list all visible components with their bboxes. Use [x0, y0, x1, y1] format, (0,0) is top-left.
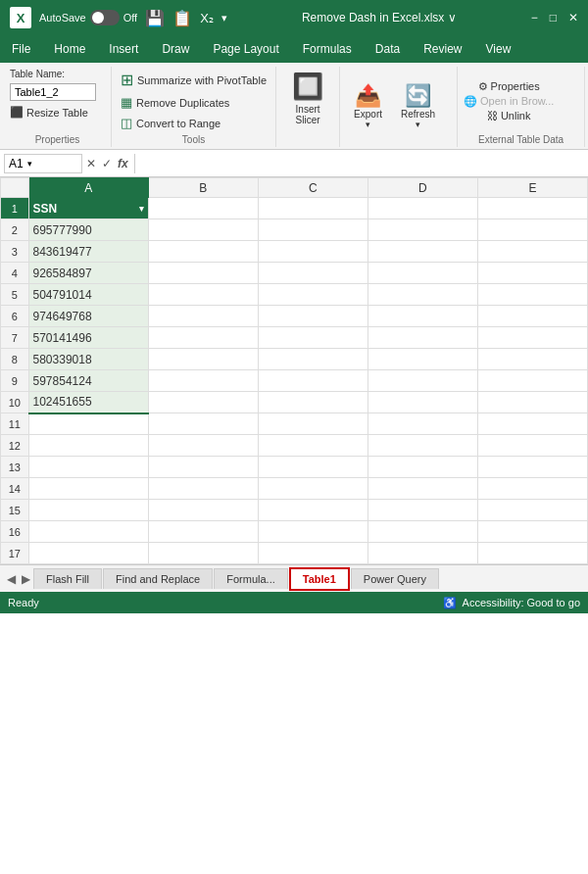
cell-e6[interactable] — [477, 306, 587, 327]
cell-d9[interactable] — [368, 370, 477, 392]
cell-e17[interactable] — [477, 543, 587, 564]
share-icon[interactable]: 📋 — [172, 9, 192, 27]
cell-e13[interactable] — [477, 457, 587, 478]
cell-c12[interactable] — [258, 435, 368, 457]
cell-b15[interactable] — [148, 500, 258, 521]
tab-data[interactable]: Data — [364, 35, 412, 63]
cell-a9[interactable]: 597854124 — [28, 370, 148, 392]
cell-b4[interactable] — [148, 263, 258, 284]
tab-file[interactable]: File — [0, 35, 42, 63]
autosave-toggle[interactable]: AutoSave Off — [39, 10, 137, 25]
cell-a17[interactable] — [28, 543, 148, 564]
fx-icon[interactable]: fx — [118, 157, 128, 170]
tab-insert[interactable]: Insert — [97, 35, 150, 63]
cell-d6[interactable] — [368, 306, 477, 327]
properties-ext-button[interactable]: ⚙ Properties — [478, 80, 540, 93]
cell-b16[interactable] — [148, 521, 258, 543]
sheet-tab-formula[interactable]: Formula... — [214, 568, 288, 589]
cell-e10[interactable] — [477, 392, 587, 413]
cell-b7[interactable] — [148, 327, 258, 349]
unlink-button[interactable]: ⛓ Unlink — [487, 110, 531, 121]
subscript-icon[interactable]: X₂ — [200, 11, 214, 25]
cell-c10[interactable] — [258, 392, 368, 413]
sheet-tab-power-query[interactable]: Power Query — [351, 568, 439, 589]
sheet-tab-table1[interactable]: Table1 — [289, 567, 350, 591]
cell-d10[interactable] — [368, 392, 477, 413]
maximize-icon[interactable]: □ — [550, 11, 557, 24]
cell-a5[interactable]: 504791014 — [28, 284, 148, 306]
refresh-button[interactable]: 🔄 Refresh ▾ — [396, 81, 440, 131]
cell-b11[interactable] — [148, 413, 258, 435]
cell-c2[interactable] — [258, 219, 368, 241]
tab-page-layout[interactable]: Page Layout — [201, 35, 290, 63]
close-icon[interactable]: ✕ — [568, 11, 578, 24]
cell-c6[interactable] — [258, 306, 368, 327]
cell-b12[interactable] — [148, 435, 258, 457]
cell-a8[interactable]: 580339018 — [28, 349, 148, 370]
cell-a6[interactable]: 974649768 — [28, 306, 148, 327]
cell-d17[interactable] — [368, 543, 477, 564]
cell-b9[interactable] — [148, 370, 258, 392]
tab-draw[interactable]: Draw — [150, 35, 201, 63]
cell-d2[interactable] — [368, 219, 477, 241]
cell-d3[interactable] — [368, 241, 477, 263]
resize-table-button[interactable]: ⬛ Resize Table — [10, 106, 88, 119]
cell-ref-chevron[interactable]: ▾ — [27, 159, 32, 169]
dropdown-filter-icon[interactable]: ▾ — [139, 204, 144, 214]
cell-a14[interactable] — [28, 478, 148, 500]
cell-d5[interactable] — [368, 284, 477, 306]
cell-c5[interactable] — [258, 284, 368, 306]
col-header-c[interactable]: C — [258, 178, 368, 198]
export-button[interactable]: 📤 Export ▾ — [346, 81, 390, 131]
cell-a1[interactable]: SSN ▾ — [28, 198, 148, 219]
cell-c16[interactable] — [258, 521, 368, 543]
cell-b6[interactable] — [148, 306, 258, 327]
insert-slicer-button[interactable]: 🔲 InsertSlicer — [286, 69, 329, 128]
convert-to-range-button[interactable]: ◫ Convert to Range — [118, 114, 223, 132]
cell-c13[interactable] — [258, 457, 368, 478]
dropdown-icon[interactable]: ▾ — [221, 12, 227, 24]
sheet-tab-flash-fill[interactable]: Flash Fill — [33, 568, 102, 589]
save-icon[interactable]: 💾 — [145, 9, 165, 27]
cell-c7[interactable] — [258, 327, 368, 349]
cell-b14[interactable] — [148, 478, 258, 500]
tab-scroll-left[interactable]: ◀ — [4, 572, 19, 586]
cell-c1[interactable] — [258, 198, 368, 219]
cell-b3[interactable] — [148, 241, 258, 263]
tab-scroll-right[interactable]: ▶ — [19, 572, 33, 586]
cell-c17[interactable] — [258, 543, 368, 564]
cell-a4[interactable]: 926584897 — [28, 263, 148, 284]
cell-b1[interactable] — [148, 198, 258, 219]
cell-e16[interactable] — [477, 521, 587, 543]
cell-e15[interactable] — [477, 500, 587, 521]
col-header-b[interactable]: B — [148, 178, 258, 198]
cell-b5[interactable] — [148, 284, 258, 306]
summarize-pivot-button[interactable]: ⊞ Summarize with PivotTable — [118, 69, 270, 91]
col-header-e[interactable]: E — [477, 178, 587, 198]
cell-b10[interactable] — [148, 392, 258, 413]
cell-e1[interactable] — [477, 198, 587, 219]
cell-e5[interactable] — [477, 284, 587, 306]
cell-e11[interactable] — [477, 413, 587, 435]
cell-d7[interactable] — [368, 327, 477, 349]
cell-e12[interactable] — [477, 435, 587, 457]
cell-d1[interactable] — [368, 198, 477, 219]
col-header-a[interactable]: A — [28, 178, 148, 198]
table-name-input[interactable] — [10, 83, 96, 101]
cell-c9[interactable] — [258, 370, 368, 392]
cell-b13[interactable] — [148, 457, 258, 478]
cell-c11[interactable] — [258, 413, 368, 435]
cell-d4[interactable] — [368, 263, 477, 284]
cell-c8[interactable] — [258, 349, 368, 370]
cell-a7[interactable]: 570141496 — [28, 327, 148, 349]
cell-d16[interactable] — [368, 521, 477, 543]
cell-reference-box[interactable]: A1 ▾ — [4, 154, 82, 173]
remove-duplicates-button[interactable]: ▦ Remove Duplicates — [118, 93, 232, 112]
cell-d14[interactable] — [368, 478, 477, 500]
cell-b8[interactable] — [148, 349, 258, 370]
cell-a3[interactable]: 843619477 — [28, 241, 148, 263]
cell-d13[interactable] — [368, 457, 477, 478]
cell-d11[interactable] — [368, 413, 477, 435]
cell-a2[interactable]: 695777990 — [28, 219, 148, 241]
cell-e8[interactable] — [477, 349, 587, 370]
